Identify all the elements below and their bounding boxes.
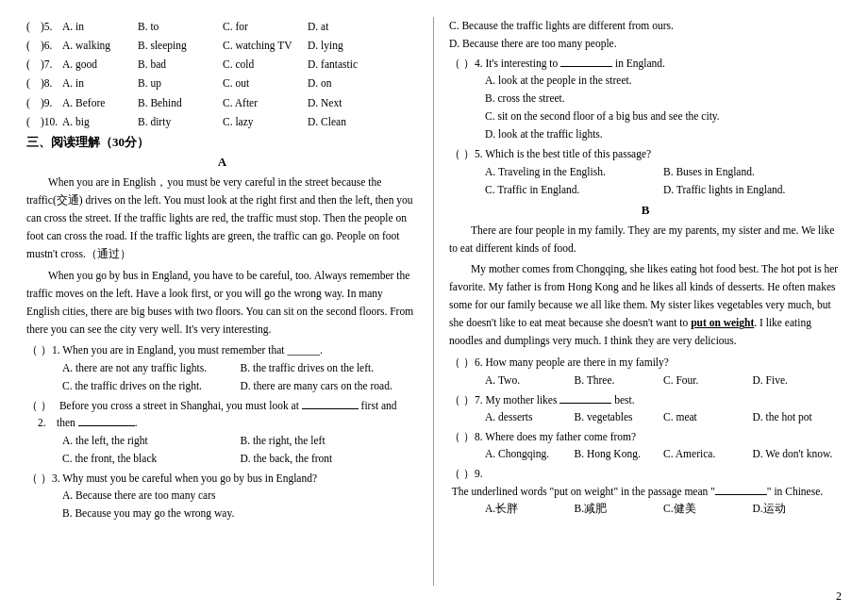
paren: (	[26, 74, 38, 92]
opt-b: B. bad	[138, 55, 223, 74]
q9-opt-b: B.减肥	[575, 500, 664, 518]
vocab-row-5: ( )5. A. in B. to C. for D. at	[26, 17, 418, 36]
q2-opt-c: C. the front, the black	[62, 450, 241, 468]
q5-paren: （	[449, 145, 460, 162]
opt-b: B. Behind	[138, 93, 223, 112]
paren: (	[26, 55, 38, 74]
q2-options: A. the left, the right B. the right, the…	[62, 432, 418, 468]
q3-opt-a: A. Because there are too many cars	[62, 487, 418, 505]
q2-num: ）2.	[38, 397, 57, 432]
q5-opt-c: C. Traffic in England.	[485, 181, 663, 199]
q5-opt-b: B. Buses in England.	[663, 163, 842, 181]
q8-opt-d: D. We don't know.	[753, 445, 843, 463]
q9-paren: （	[449, 465, 460, 482]
q6-paren: （	[449, 354, 460, 371]
right-column: C. Because the traffic lights are differ…	[434, 17, 842, 586]
passage-b-para1: There are four people in my family. They…	[449, 222, 842, 257]
q-num: )9.	[38, 93, 62, 112]
question-8: （ ）8. Where does my father come from? A.…	[449, 428, 842, 463]
opt-c: C. lazy	[223, 112, 308, 131]
q7-options: A. desserts B. vegetables C. meat D. the…	[485, 408, 842, 426]
q2-opt-b: B. the right, the left	[241, 432, 419, 450]
opt-c: C. watching TV	[223, 36, 308, 55]
q4-opt-c: C. sit on the second floor of a big bus …	[485, 108, 842, 125]
opt-d: D. lying	[308, 36, 343, 55]
q6-opt-b: B. Three.	[575, 372, 664, 389]
q1-opt-c: C. the traffic drives on the right.	[62, 377, 241, 395]
question-4: （ ）4. It's interesting to in England. A.…	[449, 55, 842, 143]
paren: (	[26, 36, 38, 55]
question-5: （ ）5. Which is the best title of this pa…	[449, 145, 842, 198]
q4-text: It's interesting to in England.	[483, 55, 665, 72]
q1-paren: （	[26, 341, 38, 358]
q8-opt-a: A. Chongqing.	[485, 445, 574, 463]
q6-options: A. Two. B. Three. C. Four. D. Five.	[485, 372, 842, 389]
passage-b-para2: My mother comes from Chongqing, she like…	[449, 260, 842, 350]
q3-opt-c: C. Because the traffic lights are differ…	[449, 17, 842, 35]
q7-opt-d: D. the hot pot	[753, 408, 843, 426]
q-num: )5.	[38, 17, 62, 36]
q3-opt-d: D. Because there are too many people.	[449, 35, 842, 53]
opt-c: C. for	[223, 17, 308, 36]
q1-options: A. there are not any traffic lights. B. …	[62, 359, 418, 395]
vocab-row-8: ( )8. A. in B. up C. out D. on	[26, 74, 418, 92]
passage-b-title: B	[449, 203, 842, 218]
q9-opt-d: D.运动	[753, 500, 843, 518]
q1-text: When you are in England, you must rememb…	[60, 341, 323, 358]
question-6: （ ）6. How many people are there in my fa…	[449, 354, 842, 389]
vocab-row-9: ( )9. A. Before B. Behind C. After D. Ne…	[26, 93, 418, 112]
opt-d: D. Clean	[308, 112, 346, 131]
q-num: )8.	[38, 74, 62, 92]
q2-opt-d: D. the back, the front	[241, 450, 419, 468]
paren: (	[26, 93, 38, 112]
q1-num: ）1.	[38, 341, 60, 358]
q6-num: ）6.	[460, 354, 483, 371]
q9-text: The underlined words "put on weight" in …	[449, 483, 823, 500]
opt-d: D. fantastic	[308, 55, 358, 74]
question-9: （ ）9. The underlined words "put on weigh…	[449, 465, 842, 518]
q8-paren: （	[449, 428, 460, 445]
opt-a: A. Before	[62, 93, 128, 112]
vocab-row-7: ( )7. A. good B. bad C. cold D. fantasti…	[26, 55, 418, 74]
q9-opt-a: A.长胖	[485, 500, 574, 518]
q7-opt-a: A. desserts	[485, 408, 574, 426]
question-1: （ ）1. When you are in England, you must …	[26, 341, 418, 394]
q7-opt-b: B. vegetables	[575, 408, 664, 426]
passage-a-para1: When you are in English，you must be very…	[26, 174, 418, 263]
q6-opt-a: A. Two.	[485, 372, 574, 389]
q4-opt-b: B. cross the street.	[485, 90, 842, 108]
q4-num: ）4.	[460, 55, 483, 72]
q3-cont-options: C. Because the traffic lights are differ…	[449, 17, 842, 53]
q8-text: Where does my father come from?	[483, 428, 637, 445]
opt-b: B. sleeping	[138, 36, 223, 55]
q5-opt-d: D. Traffic lights in England.	[663, 181, 842, 199]
q6-opt-d: D. Five.	[753, 372, 843, 389]
q3-num: ）3.	[38, 470, 60, 487]
q4-options: A. look at the people in the street. B. …	[485, 72, 842, 143]
two-column-layout: ( )5. A. in B. to C. for D. at ( )6. A. …	[26, 17, 842, 586]
q3-options: A. Because there are too many cars B. Be…	[62, 487, 418, 522]
q5-text: Which is the best title of this passage?	[483, 145, 652, 162]
q7-num: ）7.	[460, 391, 483, 408]
q3-opt-b: B. Because you may go the wrong way.	[62, 505, 418, 522]
q7-opt-c: C. meat	[663, 408, 752, 426]
q4-opt-a: A. look at the people in the street.	[485, 72, 842, 90]
q5-options: A. Traveling in the English. B. Buses in…	[485, 163, 842, 199]
opt-b: B. to	[138, 17, 223, 36]
opt-a: A. good	[62, 55, 128, 74]
opt-d: D. at	[308, 17, 328, 36]
q1-opt-d: D. there are many cars on the road.	[241, 377, 419, 395]
q2-opt-a: A. the left, the right	[62, 432, 241, 450]
q5-num: ）5.	[460, 145, 483, 162]
q2-text: Before you cross a street in Shanghai, y…	[57, 397, 418, 432]
q6-text: How many people are there in my family?	[483, 354, 669, 371]
q8-opt-c: C. America.	[663, 445, 752, 463]
paren: (	[26, 17, 38, 36]
opt-b: B. up	[138, 74, 223, 92]
q-num: )6.	[38, 36, 62, 55]
q3-text: Why must you be careful when you go by b…	[60, 470, 318, 487]
vocab-row-10: ( )10. A. big B. dirty C. lazy D. Clean	[26, 112, 418, 131]
opt-c: C. out	[223, 74, 308, 92]
vocab-row-6: ( )6. A. walking B. sleeping C. watching…	[26, 36, 418, 55]
left-column: ( )5. A. in B. to C. for D. at ( )6. A. …	[26, 17, 434, 586]
